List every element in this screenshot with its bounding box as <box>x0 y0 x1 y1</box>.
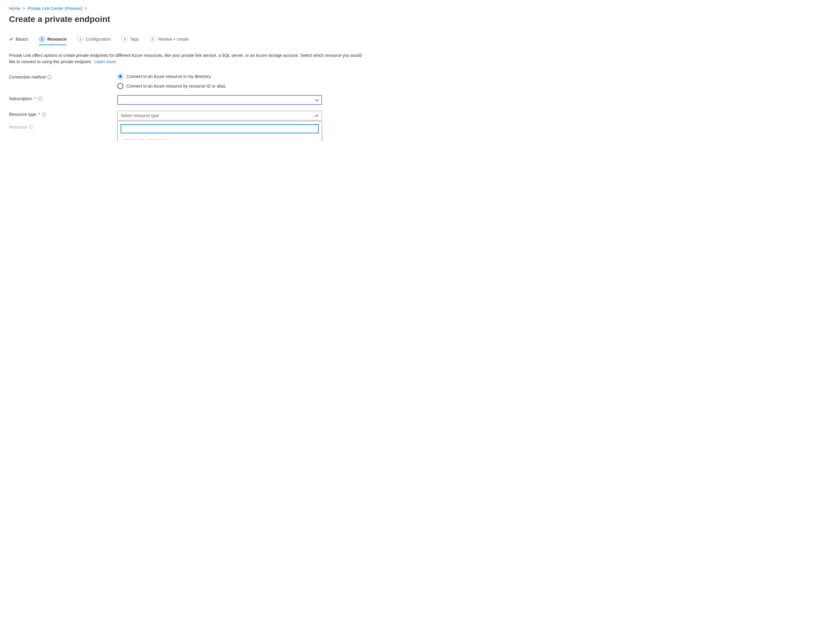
breadcrumb-home[interactable]: Home <box>9 6 20 11</box>
tab-resource-label: Resource <box>47 37 66 41</box>
tab-basics[interactable]: Basics <box>9 37 28 44</box>
label-connection-method: Connection method i <box>9 74 117 80</box>
label-resource: Resource i <box>9 123 117 129</box>
tab-basics-label: Basics <box>16 37 28 41</box>
tab-tags[interactable]: 4 Tags <box>121 36 139 45</box>
resource-type-search-input[interactable] <box>121 124 319 133</box>
label-text: Subscription <box>9 96 32 101</box>
tab-configuration[interactable]: 3 Configuration <box>77 36 111 45</box>
step-number: 5 <box>150 36 156 42</box>
row-connection-method: Connection method i Connect to an Azure … <box>9 74 811 89</box>
breadcrumb: Home > Private Link Center (Preview) > <box>9 6 811 11</box>
resource-type-option-truncated[interactable]: ....... ......, . .... , . ..... <box>118 136 322 141</box>
label-subscription: Subscription * i <box>9 95 117 101</box>
resource-type-placeholder: Select resource type <box>121 113 159 118</box>
step-number: 2 <box>39 36 45 42</box>
subscription-select[interactable] <box>117 95 322 105</box>
chevron-down-icon <box>315 98 319 102</box>
tab-review-create[interactable]: 5 Review + create <box>150 36 189 45</box>
chevron-up-icon <box>315 114 319 117</box>
resource-type-dropdown: ....... ......, . .... , . .....Microsof… <box>117 121 322 141</box>
required-icon: * <box>35 96 36 101</box>
tab-tags-label: Tags <box>130 37 139 41</box>
info-icon[interactable]: i <box>42 112 46 117</box>
radio-connect-resource-id[interactable]: Connect to an Azure resource by resource… <box>117 83 322 89</box>
resource-type-select[interactable]: Select resource type <box>117 111 322 120</box>
wizard-tabs: Basics 2 Resource 3 Configuration 4 Tags… <box>9 36 811 45</box>
connection-method-radio-group: Connect to an Azure resource in my direc… <box>117 74 322 89</box>
tab-configuration-label: Configuration <box>86 37 111 41</box>
learn-more-link[interactable]: Learn more <box>94 59 116 64</box>
radio-icon <box>117 83 123 89</box>
required-icon: * <box>38 112 40 117</box>
info-icon[interactable]: i <box>29 125 33 129</box>
label-resource-type: Resource type * i <box>9 111 117 117</box>
label-text: Resource type <box>9 112 36 117</box>
radio-label: Connect to an Azure resource in my direc… <box>126 74 212 79</box>
breadcrumb-private-link-center[interactable]: Private Link Center (Preview) <box>28 6 83 11</box>
radio-label: Connect to an Azure resource by resource… <box>126 84 227 89</box>
info-icon[interactable]: i <box>38 97 43 101</box>
radio-icon <box>117 74 123 80</box>
step-number: 3 <box>77 36 83 42</box>
intro-text: Private Link offers options to create pr… <box>9 52 364 65</box>
chevron-right-icon: > <box>23 6 25 11</box>
label-text: Connection method <box>9 75 46 80</box>
tab-resource[interactable]: 2 Resource <box>39 36 66 45</box>
resource-type-options-list[interactable]: ....... ......, . .... , . .....Microsof… <box>118 136 322 141</box>
intro-body: Private Link offers options to create pr… <box>9 53 362 64</box>
chevron-right-icon: > <box>85 6 87 11</box>
checkmark-icon <box>9 37 13 41</box>
info-icon[interactable]: i <box>47 75 51 79</box>
label-text: Resource <box>9 124 27 129</box>
tab-review-label: Review + create <box>158 37 189 41</box>
step-number: 4 <box>121 36 127 42</box>
row-subscription: Subscription * i <box>9 95 811 105</box>
page-title: Create a private endpoint <box>9 14 811 24</box>
radio-connect-directory[interactable]: Connect to an Azure resource in my direc… <box>117 74 322 80</box>
row-resource-type: Resource type * i Select resource type .… <box>9 111 811 120</box>
